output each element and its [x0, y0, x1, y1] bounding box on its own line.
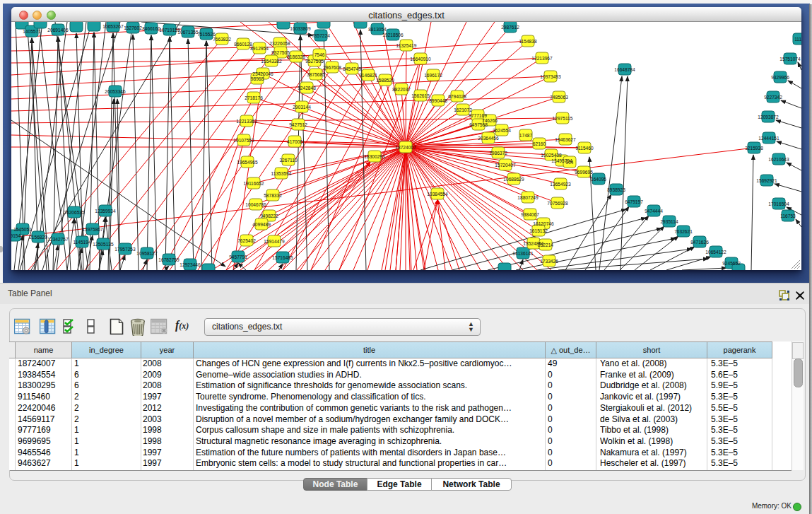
svg-text:16543382: 16543382 [261, 59, 282, 64]
svg-text:15914479: 15914479 [264, 239, 285, 244]
svg-text:23226058: 23226058 [269, 41, 290, 46]
svg-text:1527602: 1527602 [124, 25, 142, 30]
svg-text:8186328: 8186328 [287, 54, 305, 59]
svg-text:1615132: 1615132 [529, 228, 548, 233]
svg-text:19218506: 19218506 [382, 33, 404, 37]
svg-text:2967608: 2967608 [323, 65, 341, 70]
svg-text:7515526: 7515526 [197, 32, 216, 37]
svg-text:8912954: 8912954 [250, 46, 269, 51]
svg-text:746266: 746266 [482, 118, 498, 123]
svg-text:2987612: 2987612 [501, 25, 519, 30]
svg-text:7546: 7546 [314, 52, 325, 57]
svg-text:2718176: 2718176 [245, 95, 263, 100]
svg-text:8466160: 8466160 [142, 26, 160, 31]
svg-text:16782759: 16782759 [158, 257, 180, 262]
svg-text:1562615: 1562615 [411, 93, 430, 98]
svg-text:9227342: 9227342 [764, 95, 782, 100]
svg-text:23420046: 23420046 [252, 71, 273, 76]
svg-text:9777169: 9777169 [469, 113, 487, 118]
svg-text:10958127: 10958127 [136, 251, 158, 256]
svg-text:15692921: 15692921 [756, 178, 777, 183]
svg-text:70756928: 70756928 [547, 201, 568, 206]
svg-text:10046786: 10046786 [245, 202, 266, 207]
svg-text:1405571: 1405571 [23, 29, 41, 34]
svg-text:16640910: 16640910 [410, 57, 431, 62]
svg-text:7857224: 7857224 [312, 33, 330, 38]
svg-text:18724007: 18724007 [395, 145, 416, 150]
svg-text:2903144: 2903144 [293, 105, 311, 110]
svg-text:1588520: 1588520 [376, 78, 394, 83]
svg-text:19463627: 19463627 [555, 137, 576, 142]
svg-text:12213967: 12213967 [531, 56, 553, 61]
svg-text:13975867: 13975867 [82, 227, 103, 232]
svg-text:12444151: 12444151 [758, 136, 779, 141]
svg-text:18807249: 18807249 [517, 195, 539, 200]
svg-text:10973493: 10973493 [540, 74, 561, 79]
svg-text:20691406: 20691406 [47, 28, 69, 33]
svg-text:12093872: 12093872 [758, 115, 779, 119]
svg-text:10107553: 10107553 [233, 138, 254, 143]
svg-text:3624554: 3624554 [493, 128, 511, 133]
svg-text:9427512: 9427512 [289, 122, 307, 127]
svg-text:15751074: 15751074 [779, 57, 801, 62]
svg-text:9699695: 9699695 [575, 170, 593, 175]
svg-text:16210643: 16210643 [768, 157, 789, 162]
svg-text:1545051: 1545051 [13, 227, 32, 232]
svg-text:10025438: 10025438 [541, 153, 562, 158]
svg-text:12505135: 12505135 [93, 242, 114, 247]
svg-text:9384067: 9384067 [521, 212, 539, 217]
svg-text:16120746: 16120746 [533, 221, 554, 226]
svg-text:3875685: 3875685 [307, 72, 325, 77]
svg-text:15716485: 15716485 [272, 255, 293, 260]
svg-text:12975115: 12975115 [553, 116, 573, 121]
svg-text:8990448: 8990448 [429, 98, 447, 103]
svg-text:2935114: 2935114 [660, 219, 678, 224]
svg-text:7485063: 7485063 [550, 95, 568, 100]
svg-text:26053346: 26053346 [105, 89, 126, 94]
svg-text:1621072: 1621072 [454, 107, 472, 112]
svg-text:8454749: 8454749 [343, 66, 361, 71]
svg-text:12359934: 12359934 [95, 209, 116, 214]
svg-text:9245652: 9245652 [722, 261, 741, 266]
svg-text:5878332: 5878332 [264, 193, 282, 198]
svg-text:3215938: 3215938 [745, 146, 763, 151]
svg-text:417006: 417006 [287, 139, 302, 144]
svg-text:252214: 252214 [538, 243, 553, 247]
svg-text:7986372: 7986372 [489, 151, 507, 156]
svg-text:1145194: 1145194 [73, 240, 91, 245]
svg-text:1696172: 1696172 [424, 73, 442, 78]
svg-text:9498222: 9498222 [260, 214, 278, 218]
svg-text:39154: 39154 [11, 233, 20, 238]
svg-text:9115460: 9115460 [575, 146, 594, 151]
svg-text:17016504: 17016504 [768, 201, 789, 206]
svg-text:8938923: 8938923 [607, 187, 625, 192]
svg-text:17957253: 17957253 [114, 247, 136, 252]
svg-text:19654965: 19654965 [237, 160, 258, 165]
svg-text:12342757: 12342757 [47, 237, 69, 242]
svg-text:1154838: 1154838 [519, 39, 537, 44]
svg-text:1112: 1112 [794, 37, 801, 42]
svg-text:62160: 62160 [533, 141, 546, 146]
svg-text:9146821: 9146821 [359, 73, 377, 78]
svg-text:9329966: 9329966 [771, 75, 789, 80]
svg-text:8471626: 8471626 [690, 240, 709, 245]
svg-text:2156829: 2156829 [29, 235, 47, 240]
svg-text:26206535: 26206535 [64, 210, 85, 215]
svg-text:9474444: 9474444 [645, 209, 663, 214]
svg-text:10671355: 10671355 [177, 30, 199, 35]
svg-text:18300293: 18300293 [364, 154, 385, 159]
svg-text:12923446: 12923446 [180, 262, 201, 267]
svg-text:6497568: 6497568 [469, 122, 488, 127]
svg-text:7663822: 7663822 [213, 37, 231, 42]
svg-text:13654923: 13654923 [550, 182, 571, 187]
svg-text:6794028: 6794028 [448, 94, 466, 99]
svg-text:12213363: 12213363 [236, 119, 257, 124]
svg-text:14136141: 14136141 [512, 251, 534, 256]
svg-text:19384554: 19384554 [427, 192, 448, 197]
svg-text:15720407: 15720407 [495, 163, 516, 168]
svg-text:7625402: 7625402 [237, 238, 256, 243]
svg-text:98968: 98968 [251, 76, 264, 81]
svg-text:3267110: 3267110 [279, 158, 298, 163]
svg-text:10654122: 10654122 [705, 250, 726, 255]
svg-text:8822037: 8822037 [392, 87, 411, 92]
